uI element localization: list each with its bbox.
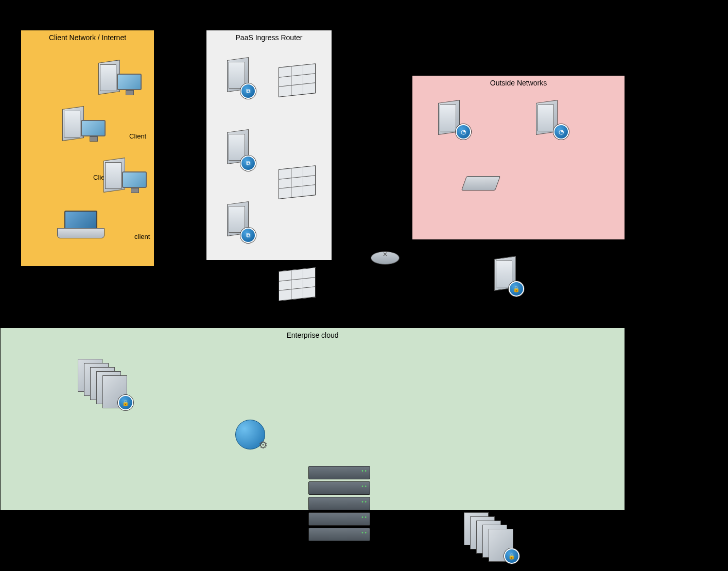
- host-server: [536, 101, 564, 137]
- database-server: [438, 101, 466, 137]
- client-3-label: client: [134, 233, 150, 240]
- client-laptop: [57, 211, 103, 241]
- outside-networks-zone: Outside Networks DataBase Server Host: [412, 75, 625, 240]
- firewall-3: [279, 267, 316, 301]
- paas-zone-title: PaaS Ingress Router: [206, 33, 332, 42]
- client-workstation-2: [62, 108, 90, 144]
- client-1-label: Client: [129, 132, 146, 140]
- web-service-icon: [235, 420, 265, 449]
- firewall-1: [279, 63, 316, 97]
- enterprise-zone-title: Enterprise cloud: [1, 331, 625, 339]
- paas-ingress-router-zone: PaaS Ingress Router: [206, 30, 332, 261]
- client-zone-title: Client Network / Internet: [21, 33, 154, 42]
- svg-line-13: [396, 257, 502, 278]
- core-router: [371, 251, 400, 265]
- svg-line-14: [340, 263, 386, 330]
- client-4-label: Client: [91, 276, 108, 284]
- svg-line-17: [474, 299, 507, 330]
- secure-server: [494, 257, 522, 293]
- router-vm-1: [227, 59, 255, 95]
- database-badge-icon: [456, 124, 471, 140]
- router-vm-3: [227, 203, 255, 239]
- network-switch: [461, 176, 500, 191]
- diagram-canvas: Client Network / Internet Client Client …: [0, 0, 728, 571]
- lock-badge-icon: [509, 281, 524, 297]
- lock-badge-icon: [118, 395, 133, 410]
- client-workstation-1: [98, 61, 126, 97]
- client-workstation-3: [103, 159, 131, 195]
- host-badge-icon: [553, 124, 569, 140]
- enterprise-cloud-zone: Enterprise cloud OpenShift Node OpenShif…: [0, 327, 625, 511]
- outside-zone-title: Outside Networks: [412, 79, 625, 87]
- openshift-node-group-right: [464, 512, 521, 564]
- lock-badge-icon: [504, 548, 519, 564]
- vm-badge-icon: [240, 155, 256, 171]
- vm-badge-icon: [240, 83, 256, 99]
- vm-badge-icon: [240, 228, 256, 243]
- router-vm-2: [227, 131, 255, 167]
- firewall-2: [279, 165, 316, 199]
- dns-rack: [308, 466, 370, 538]
- client-network-zone: Client Network / Internet Client Client …: [21, 30, 154, 267]
- openshift-node-group-left: [78, 359, 134, 410]
